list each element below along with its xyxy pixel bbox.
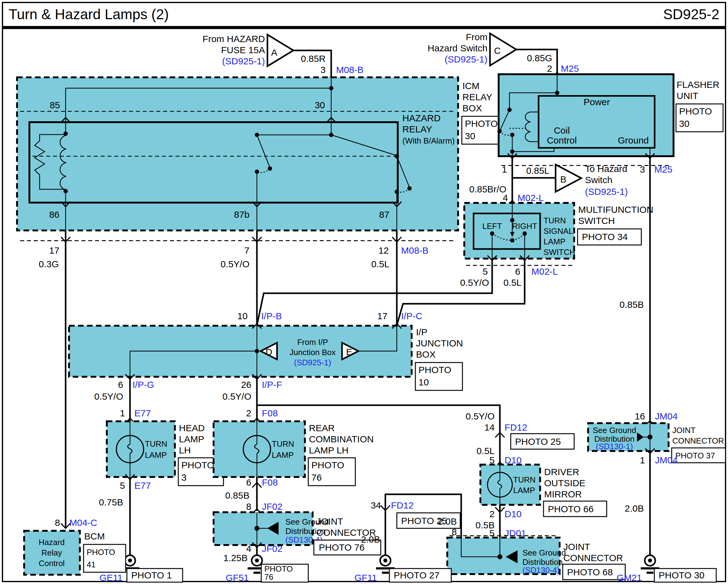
icm-photo-num: 30 — [465, 131, 475, 141]
pin-87b-label: 87b — [234, 210, 250, 220]
rear-photo-label: PHOTO — [311, 460, 344, 470]
pin-12-label: 12 — [379, 245, 389, 255]
pin-86-label: 86 — [49, 210, 59, 220]
jm04-sg1: See Ground — [593, 426, 636, 435]
rear-turn-label: TURN — [272, 439, 294, 448]
wire-05l-label2: 0.5L — [503, 277, 522, 288]
multifunction-switch-group: LEFT RIGHT TURN SIGNAL LAMP SWITCH MULTI… — [460, 203, 653, 288]
pin-8m04c-label: 8 — [55, 518, 60, 528]
jd01-sgref: (SD130-4) — [522, 565, 560, 575]
mfs-t2: SIGNAL — [544, 226, 573, 236]
conn-ipb-label: I/P-B — [261, 311, 282, 321]
rear-label1: REAR — [309, 423, 335, 433]
mirror-label3: MIRROR — [544, 489, 582, 499]
jd01-group: 8 See Ground Distribution (SD130-4) JOIN… — [447, 527, 625, 580]
conn-d10-label2: D10 — [504, 509, 522, 519]
wire-05yo-label: 0.5Y/O — [221, 259, 250, 269]
bcm-label: BCM — [84, 531, 105, 541]
wire-05l-mirror-label: 0.5L — [477, 446, 495, 456]
gf51-photo-num: 76 — [264, 572, 273, 582]
junction-dot — [255, 133, 259, 137]
pin-6f08-label: 6 — [246, 477, 251, 488]
junction-dot — [255, 526, 259, 531]
wire-20b-label-left: 2.0B — [361, 534, 380, 545]
ip-label3: BOX — [416, 349, 436, 359]
tri-b-letter: B — [560, 174, 567, 184]
hazard-relay-label2: RELAY — [402, 124, 432, 134]
bcm-photo-num: 41 — [87, 560, 96, 569]
icm-photo-label: PHOTO — [465, 118, 498, 129]
jd01-sg1: See Ground — [522, 548, 566, 557]
ground-gm21-label: GM21 — [617, 573, 642, 583]
feed-c-conn: M25 — [561, 63, 579, 74]
conn-ipg-label: I/P-G — [132, 380, 154, 390]
contact-dot — [490, 231, 494, 236]
mirror-lamp-label: LAMP — [513, 485, 535, 495]
flasher-power-label: Power — [583, 97, 610, 107]
feed-a-text1: From HAZARD — [203, 34, 265, 44]
junction-dot — [497, 554, 502, 559]
feed-a-letter: A — [271, 47, 277, 58]
pin-7-label: 7 — [244, 245, 250, 255]
pin-1jm04-label: 1 — [640, 455, 645, 465]
jf02-photo-label: PHOTO 76 — [319, 542, 365, 552]
mfs-t4: SWITCH — [544, 247, 575, 257]
tri-b-text2: Switch — [585, 175, 612, 185]
triangle-b-icon — [555, 165, 581, 192]
ip-photo-num: 10 — [418, 377, 429, 387]
conn-m08b-label: M08-B — [401, 245, 428, 255]
mfs-t1: TURN — [544, 216, 566, 225]
ground-gf11-label: GF11 — [355, 573, 377, 583]
contact-dot — [507, 108, 512, 112]
hazard-relay-label3: (With B/Alarm) — [402, 136, 455, 145]
wire-075b-label: 0.75B — [99, 497, 123, 507]
to-hazard-switch: 0.85L B To Hazard Switch (SD925-1) 0.85B… — [469, 164, 628, 205]
pin-5e77-label: 5 — [120, 480, 125, 491]
conn-fd12-label2: FD12 — [391, 500, 414, 510]
wire-05yo-label4: 0.5Y/O — [223, 391, 251, 401]
icm-outputs: 17 7 12 M08-B 0.3G 0.5Y/O 0.5L — [20, 237, 455, 269]
conn-m02l-label: M02-L — [518, 193, 544, 203]
rear-lamp-label: LAMP — [272, 450, 294, 460]
ip-label1: I/P — [416, 327, 427, 337]
feed-a-ref: (SD925-1) — [222, 56, 265, 66]
contact-dot — [510, 238, 515, 243]
bcm-t2: Relay — [42, 548, 62, 557]
mfs-left-label: LEFT — [482, 221, 502, 231]
bcm-photo-label: PHOTO — [87, 548, 115, 557]
fd12-photo-label: PHOTO 25 — [515, 437, 561, 447]
mfs-t3: LAMP — [544, 237, 566, 246]
gf11-photo-label: PHOTO 27 — [394, 570, 440, 580]
flasher-coil-label1: Coil — [554, 125, 570, 136]
feed-c-text2: Hazard Switch — [428, 43, 488, 53]
junction-dot — [63, 132, 68, 136]
feed-c-text1: From — [466, 32, 488, 42]
head-label2: LAMP — [179, 434, 204, 444]
pin-1e77-label: 1 — [120, 408, 125, 418]
flasher-pin3-label: 3 — [640, 164, 645, 174]
pin-17b-label: 17 — [377, 311, 388, 321]
feed-c-pin: 2 — [547, 63, 552, 74]
pin-85-label: 85 — [50, 100, 60, 110]
junction-dot — [648, 435, 652, 440]
wiring-diagram: Turn & Hazard Lamps (2) SD925-2 From HAZ… — [0, 0, 728, 584]
junction-dot — [255, 349, 259, 353]
rear-label3: LAMP LH — [309, 445, 348, 455]
wire-20b-jm04-label: 2.0B — [625, 503, 644, 513]
junction-dot — [555, 91, 559, 95]
ge11-photo-label: PHOTO 1 — [131, 570, 172, 580]
conn-e77-label2: E77 — [134, 480, 151, 491]
rear-lamp-group: 2 F08 TURN LAMP REAR COMBINATION LAMP LH… — [213, 408, 381, 583]
icm-relay-box-group: 85 30 86 87b 87 HAZARD RELAY (With B/Ala… — [17, 77, 509, 230]
pin-2d10-label: 2 — [489, 509, 495, 519]
contact-dot — [497, 129, 502, 133]
conn-jf02-label: JF02 — [262, 501, 283, 511]
conn-jf02-label2: JF02 — [262, 544, 283, 554]
wire-085l-label: 0.85L — [526, 166, 549, 176]
pin-2f08-label: 2 — [246, 408, 251, 418]
wire-05yo-mirror-label: 0.5Y/O — [466, 411, 495, 421]
mirror-box — [480, 465, 540, 505]
conn-jm04-label: JM04 — [655, 411, 678, 421]
mfs-right-label: RIGHT — [512, 221, 537, 231]
bcm-t3: Control — [39, 559, 65, 568]
